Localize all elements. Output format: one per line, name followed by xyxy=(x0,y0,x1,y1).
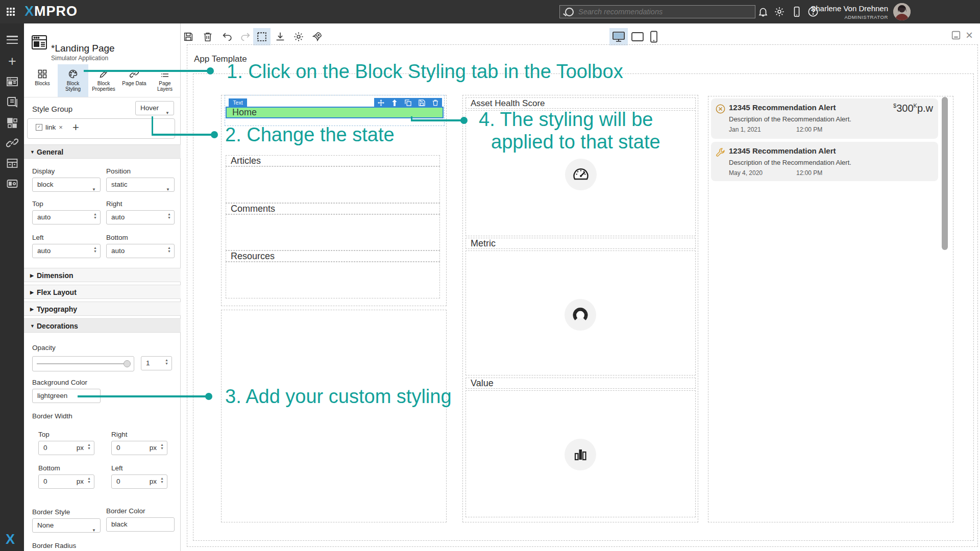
stepper-arrows-icon[interactable]: ▲▼ xyxy=(167,212,171,219)
save-button[interactable] xyxy=(180,28,197,45)
recommendation-card[interactable]: 12345 Recommendation Alert Description o… xyxy=(711,142,938,181)
recommendation-card[interactable]: 12345 Recommendation Alert $300Kp.w Desc… xyxy=(711,98,938,139)
section-title: Decorations xyxy=(37,322,78,330)
stepper-arrows-icon[interactable]: ▲▼ xyxy=(87,443,91,450)
mobile-device-icon[interactable] xyxy=(792,6,802,19)
preview-desktop-button[interactable] xyxy=(609,28,628,45)
stepper-arrows-icon[interactable]: ▲▼ xyxy=(93,246,97,253)
section-flex-layout[interactable]: ▶Flex Layout xyxy=(24,285,181,299)
value-label-block[interactable]: Value xyxy=(465,378,696,389)
move-block-icon[interactable] xyxy=(378,99,384,106)
save-block-icon[interactable] xyxy=(419,99,425,106)
search-icon xyxy=(565,8,574,16)
nav-item-resources[interactable]: Resources xyxy=(226,251,440,262)
select-mode-button[interactable] xyxy=(253,28,271,45)
section-dimension[interactable]: ▶Dimension xyxy=(24,268,181,282)
add-style-group-button[interactable]: + xyxy=(72,121,79,134)
block-label: Value xyxy=(471,378,494,388)
cards-scrollbar[interactable] xyxy=(942,97,948,250)
background-color-label: Background Color xyxy=(32,379,87,386)
avatar[interactable] xyxy=(893,3,911,20)
rail-hamburger-icon[interactable] xyxy=(6,34,18,46)
tab-blocks[interactable]: Blocks xyxy=(27,64,58,97)
rail-data-icon[interactable] xyxy=(6,157,18,169)
waffle-menu-icon[interactable] xyxy=(7,8,15,16)
metric-widget[interactable] xyxy=(465,251,696,375)
stepper-arrows-icon[interactable]: ▲▼ xyxy=(165,358,168,365)
page-title: *Landing Page xyxy=(51,43,115,54)
border-color-input[interactable]: black xyxy=(106,517,175,532)
position-select[interactable]: static▼ xyxy=(106,178,175,192)
border-style-select[interactable]: None▼ xyxy=(32,518,101,533)
tab-page-data[interactable]: Page Data xyxy=(119,64,150,97)
rail-apps-icon[interactable] xyxy=(6,76,18,88)
top-stepper[interactable]: auto▲▼ xyxy=(32,210,101,224)
delete-button[interactable] xyxy=(199,28,216,45)
undo-button[interactable] xyxy=(218,28,236,45)
block-label: Metric xyxy=(471,238,496,248)
user-info[interactable]: Sharlene Von Drehnen ADMINISTRATOR xyxy=(811,4,888,20)
canvas-settings-button[interactable] xyxy=(290,28,307,45)
rail-blocks-icon[interactable] xyxy=(6,117,18,129)
export-download-button[interactable] xyxy=(272,28,289,45)
section-general[interactable]: ▼General xyxy=(24,144,181,159)
nav-item-articles[interactable]: Articles xyxy=(226,155,440,166)
state-select[interactable]: Hover ▼ xyxy=(135,101,174,115)
border-width-right-stepper[interactable]: 0px▲▼ xyxy=(111,441,167,455)
asset-health-score-label-block[interactable]: Asset Health Score xyxy=(465,97,696,109)
articles-section-body[interactable] xyxy=(226,166,440,203)
style-chip-link[interactable]: ✓ link × xyxy=(36,123,63,131)
xmpro-logo[interactable]: XMPRO xyxy=(24,4,78,19)
metric-label-block[interactable]: Metric xyxy=(465,238,696,249)
section-typography[interactable]: ▶Typography xyxy=(24,302,181,316)
left-stepper[interactable]: auto▲▼ xyxy=(32,244,101,258)
section-decorations[interactable]: ▼Decorations xyxy=(24,318,181,333)
resources-section-body[interactable] xyxy=(226,262,440,298)
preview-tablet-button[interactable] xyxy=(629,28,646,45)
search-input[interactable] xyxy=(577,7,748,16)
settings-gear-icon[interactable] xyxy=(774,6,785,19)
display-select[interactable]: block▼ xyxy=(32,178,101,192)
rail-add-icon[interactable]: + xyxy=(6,55,18,67)
nav-item-comments[interactable]: Comments xyxy=(226,203,440,214)
card-time: 12:00 PM xyxy=(796,169,822,177)
stepper-arrows-icon[interactable]: ▲▼ xyxy=(167,246,171,253)
border-width-bottom-stepper[interactable]: 0px▲▼ xyxy=(38,474,94,489)
stepper-arrows-icon[interactable]: ▲▼ xyxy=(160,477,164,484)
tab-page-layers[interactable]: Page Layers xyxy=(150,64,180,97)
rail-scripts-icon[interactable] xyxy=(6,96,18,108)
empty-block-container[interactable] xyxy=(221,310,447,522)
move-up-icon[interactable] xyxy=(391,99,398,106)
stepper-arrows-icon[interactable]: ▲▼ xyxy=(93,212,97,219)
publish-rocket-button[interactable] xyxy=(308,28,326,45)
block-type-tag: Text xyxy=(229,98,247,107)
preview-mobile-button[interactable] xyxy=(646,28,662,45)
chip-remove-icon[interactable]: × xyxy=(59,123,63,131)
opacity-stepper[interactable]: 1▲▼ xyxy=(141,356,172,370)
border-width-left-stepper[interactable]: 0px▲▼ xyxy=(111,474,167,489)
border-width-top-stepper[interactable]: 0px▲▼ xyxy=(38,441,94,455)
delete-block-icon[interactable] xyxy=(432,99,438,106)
bottom-stepper[interactable]: auto▲▼ xyxy=(106,244,175,258)
notifications-bell-icon[interactable] xyxy=(757,6,769,19)
opacity-slider[interactable] xyxy=(32,356,134,371)
copy-block-icon[interactable] xyxy=(405,99,411,106)
nav-item-label: Resources xyxy=(231,251,275,261)
right-stepper[interactable]: auto▲▼ xyxy=(106,210,175,224)
minimize-window-icon[interactable] xyxy=(950,30,962,43)
bottom-value: auto xyxy=(111,247,125,255)
redo-button[interactable] xyxy=(237,28,254,45)
tab-block-styling[interactable]: Block Styling xyxy=(58,64,88,97)
border-radius-label: Border Radius xyxy=(32,542,76,549)
stepper-arrows-icon[interactable]: ▲▼ xyxy=(87,477,91,484)
rail-recommendations-icon[interactable] xyxy=(6,178,18,190)
value-widget[interactable] xyxy=(465,390,696,517)
unit-label: px xyxy=(150,441,157,455)
rail-connections-icon[interactable] xyxy=(6,137,18,149)
tab-block-properties[interactable]: Block Properties xyxy=(88,64,119,97)
close-window-icon[interactable]: × xyxy=(966,30,973,41)
search-bar[interactable] xyxy=(559,5,755,18)
stepper-arrows-icon[interactable]: ▲▼ xyxy=(160,443,164,450)
slider-knob[interactable] xyxy=(124,360,131,367)
comments-section-body[interactable] xyxy=(226,214,440,251)
